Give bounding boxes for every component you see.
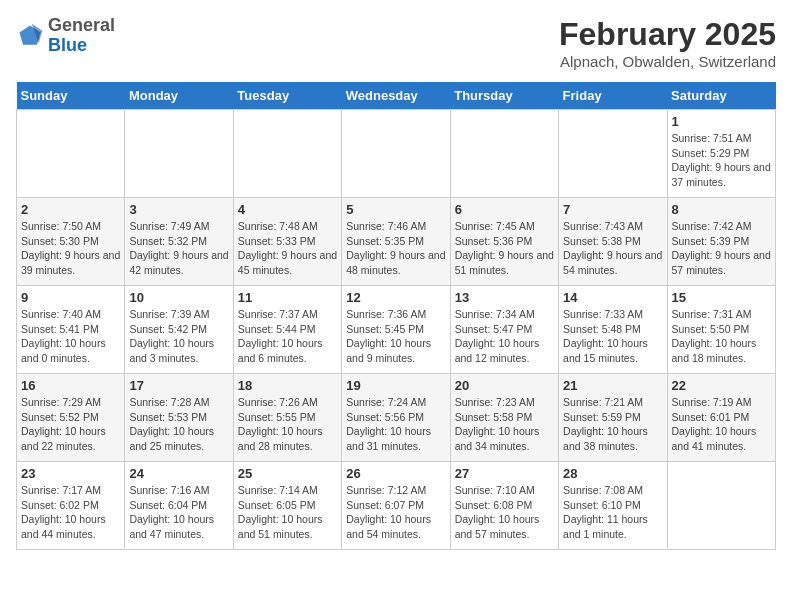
day-cell: 13Sunrise: 7:34 AM Sunset: 5:47 PM Dayli… <box>450 286 558 374</box>
day-cell <box>17 110 125 198</box>
day-number: 6 <box>455 202 554 217</box>
day-cell: 23Sunrise: 7:17 AM Sunset: 6:02 PM Dayli… <box>17 462 125 550</box>
day-cell: 28Sunrise: 7:08 AM Sunset: 6:10 PM Dayli… <box>559 462 667 550</box>
day-number: 9 <box>21 290 120 305</box>
header-cell-sunday: Sunday <box>17 82 125 110</box>
day-number: 26 <box>346 466 445 481</box>
calendar-body: 1Sunrise: 7:51 AM Sunset: 5:29 PM Daylig… <box>17 110 776 550</box>
day-info: Sunrise: 7:08 AM Sunset: 6:10 PM Dayligh… <box>563 483 662 542</box>
day-cell: 25Sunrise: 7:14 AM Sunset: 6:05 PM Dayli… <box>233 462 341 550</box>
day-cell: 19Sunrise: 7:24 AM Sunset: 5:56 PM Dayli… <box>342 374 450 462</box>
month-title: February 2025 <box>559 16 776 53</box>
day-number: 2 <box>21 202 120 217</box>
day-cell: 12Sunrise: 7:36 AM Sunset: 5:45 PM Dayli… <box>342 286 450 374</box>
header-cell-tuesday: Tuesday <box>233 82 341 110</box>
day-cell: 27Sunrise: 7:10 AM Sunset: 6:08 PM Dayli… <box>450 462 558 550</box>
day-cell: 10Sunrise: 7:39 AM Sunset: 5:42 PM Dayli… <box>125 286 233 374</box>
header-cell-wednesday: Wednesday <box>342 82 450 110</box>
day-info: Sunrise: 7:43 AM Sunset: 5:38 PM Dayligh… <box>563 219 662 278</box>
day-info: Sunrise: 7:37 AM Sunset: 5:44 PM Dayligh… <box>238 307 337 366</box>
day-cell: 1Sunrise: 7:51 AM Sunset: 5:29 PM Daylig… <box>667 110 775 198</box>
day-info: Sunrise: 7:14 AM Sunset: 6:05 PM Dayligh… <box>238 483 337 542</box>
day-info: Sunrise: 7:31 AM Sunset: 5:50 PM Dayligh… <box>672 307 771 366</box>
day-cell: 8Sunrise: 7:42 AM Sunset: 5:39 PM Daylig… <box>667 198 775 286</box>
calendar-table: SundayMondayTuesdayWednesdayThursdayFrid… <box>16 82 776 550</box>
day-cell: 20Sunrise: 7:23 AM Sunset: 5:58 PM Dayli… <box>450 374 558 462</box>
day-number: 17 <box>129 378 228 393</box>
header-cell-monday: Monday <box>125 82 233 110</box>
day-number: 20 <box>455 378 554 393</box>
day-cell: 18Sunrise: 7:26 AM Sunset: 5:55 PM Dayli… <box>233 374 341 462</box>
day-cell: 4Sunrise: 7:48 AM Sunset: 5:33 PM Daylig… <box>233 198 341 286</box>
day-info: Sunrise: 7:12 AM Sunset: 6:07 PM Dayligh… <box>346 483 445 542</box>
day-info: Sunrise: 7:42 AM Sunset: 5:39 PM Dayligh… <box>672 219 771 278</box>
day-info: Sunrise: 7:26 AM Sunset: 5:55 PM Dayligh… <box>238 395 337 454</box>
day-cell <box>559 110 667 198</box>
calendar-header: SundayMondayTuesdayWednesdayThursdayFrid… <box>17 82 776 110</box>
day-number: 12 <box>346 290 445 305</box>
day-info: Sunrise: 7:21 AM Sunset: 5:59 PM Dayligh… <box>563 395 662 454</box>
page-header: General Blue February 2025 Alpnach, Obwa… <box>16 16 776 70</box>
logo: General Blue <box>16 16 115 56</box>
logo-icon <box>16 22 44 50</box>
day-cell: 26Sunrise: 7:12 AM Sunset: 6:07 PM Dayli… <box>342 462 450 550</box>
day-cell: 22Sunrise: 7:19 AM Sunset: 6:01 PM Dayli… <box>667 374 775 462</box>
day-number: 22 <box>672 378 771 393</box>
day-info: Sunrise: 7:45 AM Sunset: 5:36 PM Dayligh… <box>455 219 554 278</box>
day-cell <box>233 110 341 198</box>
day-cell <box>125 110 233 198</box>
day-cell: 7Sunrise: 7:43 AM Sunset: 5:38 PM Daylig… <box>559 198 667 286</box>
day-info: Sunrise: 7:51 AM Sunset: 5:29 PM Dayligh… <box>672 131 771 190</box>
day-cell <box>450 110 558 198</box>
day-cell: 5Sunrise: 7:46 AM Sunset: 5:35 PM Daylig… <box>342 198 450 286</box>
week-row-3: 9Sunrise: 7:40 AM Sunset: 5:41 PM Daylig… <box>17 286 776 374</box>
day-number: 13 <box>455 290 554 305</box>
day-cell <box>667 462 775 550</box>
day-number: 1 <box>672 114 771 129</box>
day-number: 7 <box>563 202 662 217</box>
day-cell: 16Sunrise: 7:29 AM Sunset: 5:52 PM Dayli… <box>17 374 125 462</box>
day-info: Sunrise: 7:36 AM Sunset: 5:45 PM Dayligh… <box>346 307 445 366</box>
day-cell: 21Sunrise: 7:21 AM Sunset: 5:59 PM Dayli… <box>559 374 667 462</box>
day-info: Sunrise: 7:28 AM Sunset: 5:53 PM Dayligh… <box>129 395 228 454</box>
day-number: 25 <box>238 466 337 481</box>
day-info: Sunrise: 7:46 AM Sunset: 5:35 PM Dayligh… <box>346 219 445 278</box>
day-number: 8 <box>672 202 771 217</box>
day-info: Sunrise: 7:29 AM Sunset: 5:52 PM Dayligh… <box>21 395 120 454</box>
day-cell: 11Sunrise: 7:37 AM Sunset: 5:44 PM Dayli… <box>233 286 341 374</box>
day-number: 10 <box>129 290 228 305</box>
logo-general-text: General <box>48 15 115 35</box>
week-row-5: 23Sunrise: 7:17 AM Sunset: 6:02 PM Dayli… <box>17 462 776 550</box>
day-info: Sunrise: 7:50 AM Sunset: 5:30 PM Dayligh… <box>21 219 120 278</box>
header-row: SundayMondayTuesdayWednesdayThursdayFrid… <box>17 82 776 110</box>
day-number: 24 <box>129 466 228 481</box>
header-cell-friday: Friday <box>559 82 667 110</box>
day-info: Sunrise: 7:49 AM Sunset: 5:32 PM Dayligh… <box>129 219 228 278</box>
day-number: 23 <box>21 466 120 481</box>
day-number: 19 <box>346 378 445 393</box>
day-cell <box>342 110 450 198</box>
day-cell: 24Sunrise: 7:16 AM Sunset: 6:04 PM Dayli… <box>125 462 233 550</box>
day-info: Sunrise: 7:48 AM Sunset: 5:33 PM Dayligh… <box>238 219 337 278</box>
day-number: 27 <box>455 466 554 481</box>
day-number: 11 <box>238 290 337 305</box>
day-info: Sunrise: 7:16 AM Sunset: 6:04 PM Dayligh… <box>129 483 228 542</box>
day-number: 21 <box>563 378 662 393</box>
day-number: 16 <box>21 378 120 393</box>
day-cell: 17Sunrise: 7:28 AM Sunset: 5:53 PM Dayli… <box>125 374 233 462</box>
day-number: 4 <box>238 202 337 217</box>
day-number: 15 <box>672 290 771 305</box>
header-cell-thursday: Thursday <box>450 82 558 110</box>
day-info: Sunrise: 7:17 AM Sunset: 6:02 PM Dayligh… <box>21 483 120 542</box>
day-info: Sunrise: 7:23 AM Sunset: 5:58 PM Dayligh… <box>455 395 554 454</box>
day-cell: 15Sunrise: 7:31 AM Sunset: 5:50 PM Dayli… <box>667 286 775 374</box>
day-info: Sunrise: 7:24 AM Sunset: 5:56 PM Dayligh… <box>346 395 445 454</box>
day-info: Sunrise: 7:33 AM Sunset: 5:48 PM Dayligh… <box>563 307 662 366</box>
day-info: Sunrise: 7:10 AM Sunset: 6:08 PM Dayligh… <box>455 483 554 542</box>
day-number: 18 <box>238 378 337 393</box>
location: Alpnach, Obwalden, Switzerland <box>559 53 776 70</box>
week-row-4: 16Sunrise: 7:29 AM Sunset: 5:52 PM Dayli… <box>17 374 776 462</box>
logo-blue-text: Blue <box>48 35 87 55</box>
day-cell: 14Sunrise: 7:33 AM Sunset: 5:48 PM Dayli… <box>559 286 667 374</box>
week-row-2: 2Sunrise: 7:50 AM Sunset: 5:30 PM Daylig… <box>17 198 776 286</box>
